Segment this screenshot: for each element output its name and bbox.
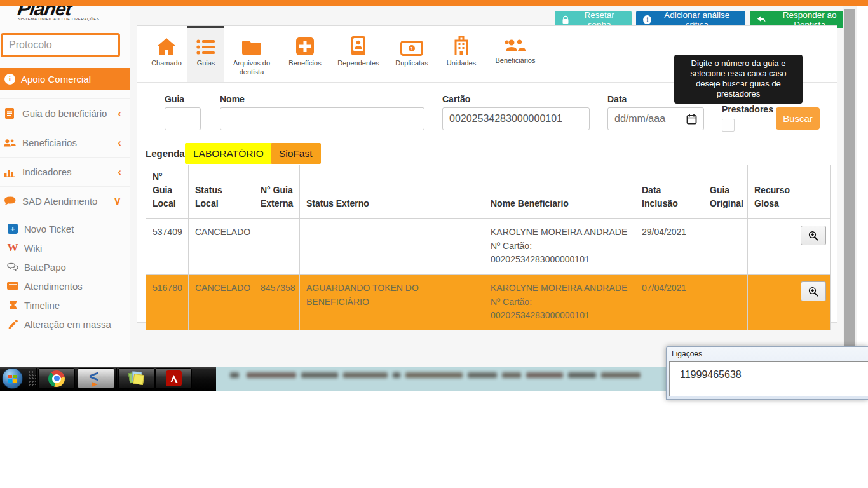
data-input[interactable]: dd/mm/aaa [607, 107, 704, 130]
view-guide-button[interactable] [801, 226, 826, 245]
document-icon [3, 107, 16, 120]
tab-beneficios[interactable]: Benefícios [279, 26, 331, 82]
ligacoes-list[interactable]: 11999465638 [669, 361, 868, 396]
plus-square-icon: + [7, 223, 18, 234]
sticky-notes-taskbar-button[interactable] [118, 368, 155, 389]
view-guide-button[interactable] [801, 281, 826, 301]
pencil-icon [7, 318, 18, 330]
vertical-scrollbar[interactable] [843, 6, 857, 367]
legend-label: Legenda: [146, 148, 188, 159]
sidebar-item-label: Wiki [24, 243, 42, 254]
table-header-row: N° Guia Local Status Local N° Guia Exter… [146, 165, 831, 219]
sidebar-item-guia-beneficiario[interactable]: Guia do beneficiário ‹ [0, 98, 130, 128]
sidebar-item-novo-ticket[interactable]: + Novo Ticket [0, 219, 130, 238]
calendar-icon[interactable] [686, 114, 697, 125]
reply-icon [757, 15, 766, 24]
sidebar-item-apoio-comercial[interactable]: i Apoio Comercial [0, 68, 130, 90]
softphone-taskbar-button[interactable]: < [78, 368, 114, 389]
ligacoes-window[interactable]: Ligações 11999465638 [666, 346, 868, 400]
beneficiary-name: KAROLYNE MOREIRA ANDRADE [491, 281, 628, 295]
list-icon [187, 34, 224, 56]
tab-beneficiarios[interactable]: Beneficiários [485, 26, 546, 82]
sidebar-item-beneficiarios[interactable]: Beneficiarios ‹ [0, 128, 130, 157]
folder-icon [224, 34, 279, 56]
col-recurso-glosa: Recurso Glosa [748, 165, 794, 219]
nome-label: Nome [220, 94, 245, 104]
buscar-button[interactable]: Buscar [776, 107, 820, 130]
plus-icon [279, 34, 331, 56]
col-guia-original: Guia Original [703, 165, 748, 219]
start-button[interactable] [2, 368, 23, 389]
tab-guias[interactable]: Guias [187, 26, 224, 82]
top-accent-bar [0, 0, 868, 6]
screen: Planet SISTEMA UNIFICADO DE OPERAÇÕES i … [0, 0, 868, 488]
hospital-icon [438, 34, 485, 56]
scrollbar-thumb[interactable] [844, 9, 855, 348]
tab-dependentes[interactable]: Dependentes [331, 26, 386, 82]
cell-recurso-glosa [748, 219, 794, 274]
col-n-guia-externa: N° Guia Externa [254, 165, 300, 219]
hourglass-icon [7, 299, 18, 311]
sidebar-item-label: Beneficiarios [22, 137, 77, 148]
cell-guia-local: 537409 [146, 219, 189, 274]
sidebar-item-timeline[interactable]: Timeline [0, 295, 130, 315]
nome-input[interactable] [220, 107, 424, 130]
main-area: Resetar senha i Adicionar análise crític… [130, 6, 857, 367]
guias-prestadores-tooltip: Digite o número da guia e selecione essa… [674, 55, 803, 104]
sidebar-item-label: Timeline [24, 300, 60, 311]
sidebar-item-alteracao-massa[interactable]: Alteração em massa [0, 315, 130, 334]
sidebar-item-sad-atendimento[interactable]: SAD Atendimento ∨ [0, 186, 130, 215]
taskbar-separator [116, 368, 116, 389]
cell-nome-beneficiario: KAROLYNE MOREIRA ANDRADE Nº Cartão: 0020… [484, 219, 635, 274]
table-row[interactable]: 537409 CANCELADO KAROLYNE MOREIRA ANDRAD… [146, 219, 831, 274]
col-n-guia-local: N° Guia Local [146, 165, 189, 219]
cartao-input[interactable] [442, 107, 590, 130]
cell-data-inclusao: 29/04/2021 [635, 219, 703, 274]
table-row-highlighted[interactable]: 516780 CANCELADO 8457358 AGUARDANDO TOKE… [146, 274, 831, 330]
tab-chamado[interactable]: Chamado [146, 26, 187, 82]
cell-recurso-glosa [748, 274, 794, 330]
tab-duplicatas[interactable]: 1 Duplicatas [386, 26, 438, 82]
guias-prestadores-checkbox[interactable] [722, 119, 735, 132]
users-icon [3, 137, 16, 149]
cell-guia-local: 516780 [146, 274, 189, 330]
tab-label: Unidades [438, 59, 485, 68]
tab-arquivos-dentista[interactable]: Arquivos do dentista [224, 26, 279, 82]
guias-table: N° Guia Local Status Local N° Guia Exter… [146, 165, 831, 330]
protocol-search-box[interactable] [1, 33, 120, 57]
acrobat-icon [166, 370, 182, 386]
sidebar-item-batepapo[interactable]: BatePapo [0, 257, 130, 276]
protocol-search-input[interactable] [3, 39, 140, 51]
tab-label: Duplicatas [386, 59, 438, 68]
guia-input[interactable] [165, 107, 201, 130]
card-caption: Nº Cartão: [491, 295, 628, 309]
sidebar-item-label: Indicadores [22, 166, 72, 177]
acrobat-taskbar-button[interactable] [155, 368, 192, 389]
tab-label: Benefícios [279, 59, 331, 68]
sidebar-divider [0, 339, 130, 339]
chevron-left-icon: ‹ [118, 166, 130, 179]
chat-icon [3, 195, 16, 208]
chrome-icon [48, 370, 65, 387]
windows-logo-icon [8, 375, 17, 383]
id-card-icon [331, 34, 386, 56]
sidebar-item-wiki[interactable]: W Wiki [0, 238, 130, 257]
cell-guia-original [703, 274, 748, 330]
chat-bubbles-icon [7, 261, 18, 273]
chrome-taskbar-button[interactable] [38, 368, 75, 389]
phone-number-item[interactable]: 11999465638 [670, 362, 868, 381]
cell-data-inclusao: 07/04/2021 [635, 274, 703, 330]
guia-label: Guia [165, 94, 184, 104]
chevron-left-icon: ‹ [118, 107, 130, 120]
banknote-icon: 1 [386, 34, 438, 56]
tab-unidades[interactable]: Unidades [438, 26, 485, 82]
sidebar-item-atendimentos[interactable]: Atendimentos [0, 276, 130, 295]
sidebar-item-label: SAD Atendimento [22, 196, 97, 207]
chevron-left-icon: ‹ [118, 137, 130, 149]
sidebar-item-indicadores[interactable]: Indicadores ‹ [0, 157, 130, 186]
taskbar-separator [36, 368, 36, 389]
cell-guia-original [703, 219, 748, 274]
group-icon [485, 34, 546, 53]
card-number: 00202534283000000101 [491, 253, 628, 267]
guias-prestadores-line2: Prestadores [722, 103, 773, 116]
